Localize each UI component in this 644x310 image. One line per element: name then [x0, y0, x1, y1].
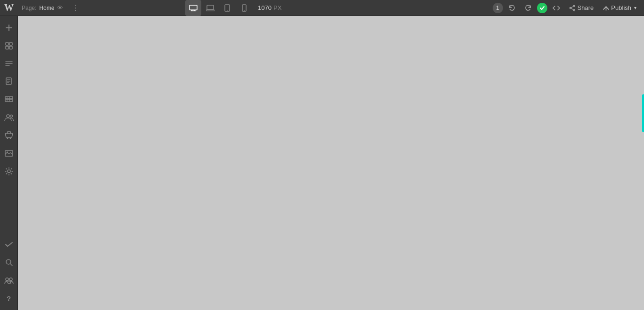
svg-point-6 — [227, 10, 228, 11]
publish-button[interactable]: Publish ▾ — [599, 2, 640, 13]
top-toolbar: W Page: Home 👁 ⋮ — [0, 0, 644, 16]
page-name[interactable]: Home — [39, 5, 54, 11]
sidebar-members-button[interactable] — [1, 109, 17, 126]
svg-rect-28 — [5, 97, 13, 99]
sidebar-community-button[interactable] — [1, 272, 17, 288]
sidebar-media-button[interactable] — [1, 145, 17, 161]
sidebar-text-button[interactable] — [1, 56, 17, 72]
svg-point-9 — [573, 5, 575, 7]
svg-rect-4 — [207, 5, 214, 9]
svg-point-8 — [244, 10, 245, 11]
sidebar-data-button[interactable] — [1, 92, 17, 108]
svg-point-42 — [9, 278, 12, 281]
publish-label: Publish — [611, 4, 631, 11]
publish-chevron: ▾ — [634, 5, 636, 10]
page-info: Page: Home 👁 — [18, 4, 67, 11]
svg-point-37 — [7, 151, 8, 153]
eye-icon[interactable]: 👁 — [57, 4, 63, 11]
share-button[interactable]: Share — [565, 2, 598, 13]
svg-rect-17 — [6, 42, 8, 45]
svg-point-41 — [6, 278, 8, 281]
svg-line-12 — [571, 6, 573, 8]
version-badge[interactable]: 1 — [493, 3, 503, 13]
viewport-tablet-button[interactable] — [219, 0, 235, 16]
svg-line-13 — [571, 8, 573, 9]
svg-rect-0 — [190, 5, 197, 10]
sidebar-help-button[interactable]: ? — [1, 290, 17, 306]
svg-point-11 — [570, 7, 571, 8]
sidebar-pages-button[interactable] — [1, 74, 17, 90]
px-value: 1070 — [258, 4, 272, 11]
svg-point-32 — [7, 115, 9, 117]
undo-button[interactable] — [505, 1, 519, 15]
sidebar-tasks-button[interactable] — [1, 236, 17, 252]
svg-point-33 — [10, 115, 12, 117]
svg-point-35 — [9, 138, 10, 139]
sidebar-store-button[interactable] — [1, 127, 17, 143]
sidebar-elements-button[interactable] — [1, 38, 17, 54]
svg-rect-18 — [9, 42, 12, 45]
svg-rect-19 — [6, 46, 8, 49]
help-icon: ? — [7, 294, 11, 302]
canvas-area[interactable] — [18, 16, 644, 310]
svg-point-10 — [573, 9, 575, 11]
right-controls: 1 — [493, 1, 644, 15]
px-display: 1070 PX — [253, 4, 286, 11]
logo-text: W — [4, 2, 14, 13]
sidebar-search-button[interactable] — [1, 254, 17, 270]
svg-point-34 — [7, 138, 8, 139]
svg-rect-29 — [5, 100, 13, 101]
page-label: Page: — [22, 5, 36, 11]
right-accent-handle[interactable] — [642, 94, 644, 132]
status-check-button[interactable] — [537, 3, 547, 13]
viewport-desktop-button[interactable] — [185, 0, 201, 16]
share-label: Share — [578, 4, 594, 11]
svg-point-38 — [8, 170, 10, 173]
svg-rect-20 — [9, 46, 12, 49]
logo-button[interactable]: W — [0, 0, 18, 16]
viewport-mobile-button[interactable] — [236, 0, 252, 16]
viewport-laptop-button[interactable] — [202, 0, 218, 16]
sidebar-add-button[interactable] — [1, 20, 17, 36]
px-unit: PX — [273, 4, 281, 11]
viewport-controls: 1070 PX — [185, 0, 286, 16]
redo-button[interactable] — [521, 1, 535, 15]
sidebar-settings-button[interactable] — [1, 163, 17, 179]
code-editor-button[interactable] — [549, 1, 563, 15]
left-sidebar: ? — [0, 16, 18, 310]
svg-line-40 — [10, 264, 12, 266]
more-options-button[interactable]: ⋮ — [69, 0, 82, 16]
